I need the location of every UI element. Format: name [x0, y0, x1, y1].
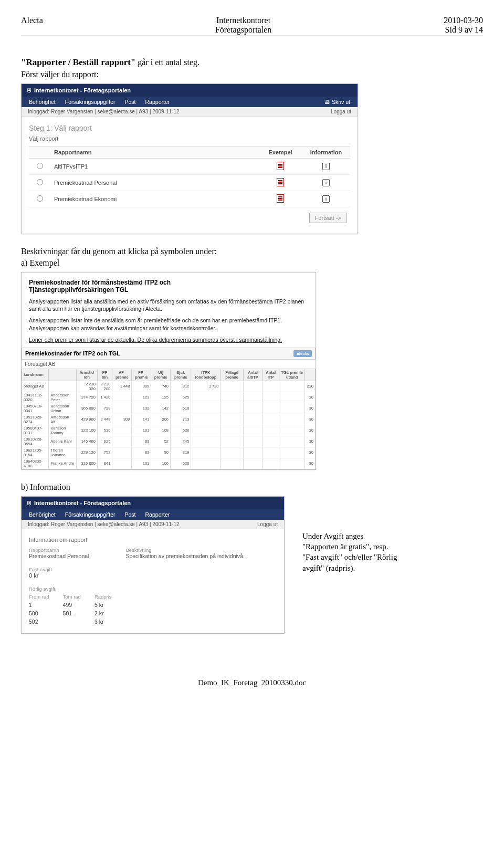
nav-item[interactable]: Rapporter — [145, 511, 170, 518]
portal-title: Internetkontoret - Företagsportalen — [27, 500, 131, 506]
header-rule — [21, 36, 483, 36]
header-date: 2010-03-30 — [444, 16, 483, 25]
label-rapportnamn: Rapportnamn — [29, 547, 89, 553]
nav-item[interactable]: Behörighet — [29, 99, 56, 105]
radio-icon[interactable] — [37, 179, 43, 185]
footer-filename: Demo_IK_Foretag_20100330.doc — [21, 678, 483, 687]
portal-title: Internetkontoret - Företagsportalen — [27, 87, 131, 93]
b-label: b) Information — [21, 483, 483, 492]
portal-header: Internetkontoret - Företagsportalen — [22, 84, 358, 97]
header-page: Sid 9 av 14 — [444, 25, 483, 35]
intro-rest: går i ett antal steg. — [135, 58, 200, 67]
print-link[interactable]: 🖶 Skriv ut — [324, 99, 350, 105]
note-line: "Fast avgift" och/eller "Rörlig — [302, 552, 397, 562]
note-line: Under Avgift anges — [302, 531, 397, 541]
mini-data-table: kundnamnAnmäld lönPF lönAP-premieFP-prem… — [22, 369, 316, 469]
header-center2: Företagsportalen — [215, 25, 272, 35]
rorlig-avgift-table: From radTom radRadpris14995 kr5005012 kr… — [29, 593, 125, 626]
login-info: Inloggad: Roger Vargensten | seke@alecta… — [28, 521, 180, 527]
label-beskrivning: Beskrivning — [125, 547, 244, 553]
col-exempel: Exempel — [259, 146, 302, 159]
value-rapportnamn: Premiekostnad Personal — [29, 553, 89, 559]
header-center1: Internetkontoret — [215, 16, 272, 25]
report-name: Premiekostnad Personal — [51, 175, 259, 191]
step-title: Steg 1: Välj rapport — [29, 124, 350, 132]
report-name: Premiekostnad Ekonomi — [51, 191, 259, 207]
logout-link[interactable]: Logga ut — [257, 521, 278, 527]
report-name: AltITPvsITP1 — [51, 159, 259, 175]
col-info: Information — [302, 146, 350, 159]
note-line: avgift" (radpris). — [302, 563, 397, 573]
info-icon[interactable]: i — [322, 195, 330, 203]
shot-a-h1: Premiekostnader för förmånsbestämd ITP2 … — [29, 279, 308, 286]
inner-title-text: Premiekostnader för ITP2 och TGL — [25, 350, 120, 357]
portal-header: Internetkontoret - Företagsportalen — [22, 497, 284, 509]
nav-item[interactable]: Behörighet — [29, 511, 56, 518]
nav-item[interactable]: Försäkringsuppgifter — [65, 511, 116, 518]
table-row: Premiekostnad Ekonomi i — [29, 191, 350, 207]
nav-item[interactable]: Försäkringsuppgifter — [65, 99, 116, 105]
intro-line1: "Rapporter / Beställ rapport" går i ett … — [21, 57, 483, 68]
intro-line2: Först väljer du rapport: — [21, 70, 483, 79]
login-info: Inloggad: Roger Vargensten | seke@alecta… — [28, 109, 180, 114]
header-left: Alecta — [21, 16, 43, 25]
pdf-icon[interactable] — [277, 178, 284, 186]
nav-item[interactable]: Post — [125, 99, 136, 105]
portal-nav: Behörighet Försäkringsuppgifter Post Rap… — [22, 509, 284, 520]
portal-nav: Behörighet Försäkringsuppgifter Post Rap… — [22, 97, 358, 107]
continue-button[interactable]: Fortsätt -> — [309, 213, 347, 223]
logout-link[interactable]: Logga ut — [331, 109, 351, 114]
note-line: "Rapporten är gratis", resp. — [302, 541, 397, 552]
portal-login-bar: Inloggad: Roger Vargensten | seke@alecta… — [22, 107, 358, 117]
table-row: AltITPvsITP1 i — [29, 159, 350, 175]
pdf-icon[interactable] — [277, 162, 284, 170]
rorlig-avgift-label: Rörlig avgift — [29, 586, 277, 592]
nav-item[interactable]: Rapporter — [145, 99, 170, 105]
pdf-icon[interactable] — [277, 194, 284, 203]
shot-a-p1: Analysrapporten listar alla anställda me… — [29, 298, 308, 312]
col-name: Rapportnamn — [51, 146, 259, 159]
value-beskrivning: Specifikation av premiekostnaden på indi… — [125, 553, 244, 559]
radio-icon[interactable] — [37, 195, 43, 202]
screenshot-report-chooser: Internetkontoret - Företagsportalen Behö… — [21, 83, 358, 234]
right-note-wrapper: Under Avgift anges "Rapporten är gratis"… — [21, 531, 483, 573]
doc-header: Alecta Internetkontoret Företagsportalen… — [21, 16, 483, 35]
info-icon[interactable]: i — [322, 163, 330, 170]
between-text: Beskrivningar får du genom att klicka på… — [21, 247, 483, 256]
screenshot-example: Premiekostnader för förmånsbestämd ITP2 … — [21, 272, 316, 470]
shot-a-p3: Löner och premier som listas är de aktue… — [29, 336, 308, 343]
table-row: Premiekostnad Personal i — [29, 175, 350, 191]
shot-a-p2: Analysrapporten listar inte de anställda… — [29, 317, 308, 331]
a-label: a) Exempel — [21, 258, 483, 268]
report-table: Rapportnamn Exempel Information AltITPvs… — [29, 146, 350, 207]
company-name: Företaget AB — [22, 360, 316, 369]
nav-item[interactable]: Post — [125, 511, 136, 518]
shot-a-h2: Tjänstegrupplivförsäkringen TGL — [29, 286, 308, 294]
inner-table-title: Premiekostnader för ITP2 och TGL alecta — [22, 348, 316, 360]
step-sub: Välj rapport — [29, 135, 350, 142]
radio-icon[interactable] — [37, 163, 43, 169]
intro-title: "Rapporter / Beställ rapport" — [21, 57, 135, 67]
portal-login-bar: Inloggad: Roger Vargensten | seke@alecta… — [22, 520, 284, 529]
info-icon[interactable]: i — [322, 179, 330, 186]
alecta-logo-chip: alecta — [293, 350, 312, 357]
